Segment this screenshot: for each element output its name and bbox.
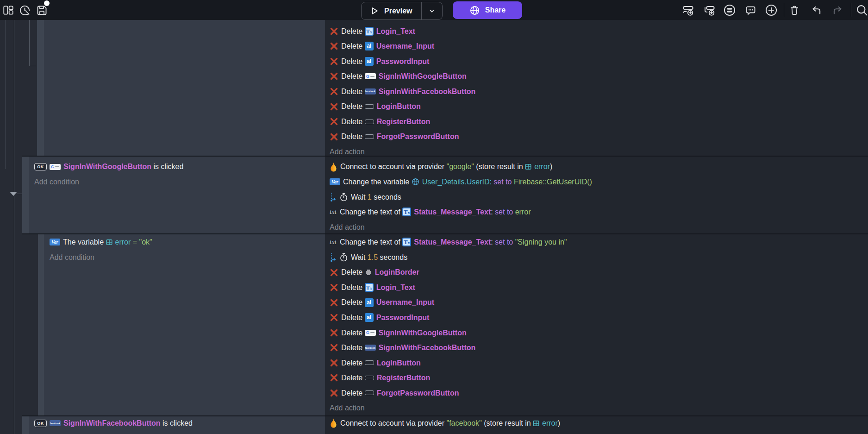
- action-row[interactable]: Wait 1.5 seconds: [330, 250, 407, 265]
- async-wait-icon: [330, 192, 337, 202]
- text-segment: Add action: [330, 404, 365, 412]
- text-segment: Username_Input: [376, 298, 434, 306]
- condition-row[interactable]: VarThe variable error = "ok": [50, 234, 152, 250]
- text-input-object-icon: aI: [365, 313, 374, 322]
- text-segment: (store result in: [474, 163, 525, 170]
- preview-options-button[interactable]: [421, 2, 442, 19]
- preview-button[interactable]: Preview: [362, 2, 421, 19]
- action-row[interactable]: Delete RegisterButton: [330, 114, 430, 129]
- text-segment: ): [550, 163, 552, 170]
- text-segment: SignInWithFacebookButton: [379, 344, 476, 352]
- text-segment: Change the text of: [340, 208, 402, 216]
- action-row[interactable]: Delete facebookSignInWithFacebookButton: [330, 340, 475, 355]
- action-row[interactable]: Delete GSignInWithGoogleButton: [330, 69, 467, 84]
- structure-variable-icon: [533, 420, 539, 427]
- action-row[interactable]: Delete LoginBorder: [330, 264, 419, 280]
- text-segment: Delete: [341, 359, 365, 367]
- button-object-icon: [365, 376, 374, 380]
- text-segment: error: [115, 238, 131, 246]
- text-segment: Delete: [341, 72, 365, 80]
- text-input-object-icon: aI: [365, 298, 374, 307]
- condition-row[interactable]: OKfacebookSignInWithFacebookButton is cl…: [34, 415, 193, 431]
- event-types-icon[interactable]: [723, 4, 736, 17]
- action-row[interactable]: Delete aIUsername_Input: [330, 38, 434, 54]
- variable-icon: Var: [330, 178, 340, 185]
- google-signin-button-icon: G: [365, 330, 376, 336]
- firebase-icon: [330, 418, 337, 428]
- action-row[interactable]: Connect to account via provider "faceboo…: [330, 415, 560, 431]
- action-row[interactable]: Delete LoginButton: [330, 355, 421, 371]
- action-row[interactable]: Delete aIUsername_Input: [330, 295, 434, 310]
- share-button[interactable]: Share: [453, 1, 522, 19]
- button-object-icon: [365, 104, 374, 109]
- facebook-signin-button-icon: facebook: [365, 88, 376, 94]
- text-segment: Delete: [341, 283, 365, 291]
- action-row[interactable]: Connect to account via provider "google"…: [330, 159, 552, 174]
- text-segment: Delete: [341, 102, 365, 110]
- action-row[interactable]: Delete aIPasswordInput: [330, 310, 429, 325]
- text-segment: Delete: [341, 389, 365, 397]
- comment-icon[interactable]: [744, 4, 757, 17]
- add-action-button[interactable]: Add action: [330, 220, 365, 235]
- text-segment: =: [131, 238, 139, 246]
- text-segment: Connect to account via provider: [340, 419, 446, 427]
- add-condition-button[interactable]: Add condition: [34, 174, 79, 189]
- action-row[interactable]: Wait 1 seconds: [330, 189, 401, 205]
- add-action-button[interactable]: Add action: [330, 400, 365, 415]
- text-segment: SignInWithGoogleButton: [63, 163, 151, 170]
- text-segment: The variable: [63, 238, 106, 246]
- facebook-signin-button-icon: facebook: [365, 345, 376, 351]
- trash-icon[interactable]: [788, 4, 801, 17]
- text-segment: Delete: [341, 314, 365, 321]
- text-segment: is clicked: [161, 419, 193, 427]
- add-event-icon[interactable]: [681, 4, 694, 17]
- action-row[interactable]: Delete LoginButton: [330, 99, 421, 114]
- delete-cross-icon: [330, 102, 338, 111]
- share-label: Share: [485, 6, 506, 14]
- text-segment: seconds: [372, 193, 401, 201]
- text-object-icon: Tx: [402, 208, 411, 216]
- text-segment: Delete: [341, 298, 365, 306]
- action-row[interactable]: Delete ForgotPasswordButton: [330, 385, 459, 401]
- action-row[interactable]: Delete RegisterButton: [330, 370, 430, 385]
- text-segment: "google": [446, 163, 474, 170]
- search-icon[interactable]: [856, 4, 868, 17]
- event-sheet: Delete TxLogin_TextDelete aIUsername_Inp…: [0, 20, 868, 434]
- panels-icon[interactable]: [2, 4, 15, 17]
- add-action-button[interactable]: Add action: [330, 144, 365, 159]
- action-row[interactable]: VarChange the variable User_Details.User…: [330, 174, 592, 189]
- condition-row[interactable]: OKGSignInWithGoogleButton is clicked: [34, 159, 183, 174]
- text-segment: Delete: [341, 118, 365, 126]
- google-signin-button-icon: G: [50, 164, 61, 170]
- text-segment: (store result in: [482, 419, 533, 427]
- text-object-icon: Tx: [402, 238, 411, 246]
- button-object-icon: [365, 360, 374, 365]
- action-row[interactable]: Delete TxLogin_Text: [330, 280, 415, 295]
- redo-icon[interactable]: [831, 4, 844, 17]
- structure-variable-icon: [525, 164, 531, 170]
- text-segment: Login_Text: [376, 27, 415, 35]
- google-signin-button-icon: G: [365, 73, 376, 79]
- action-row[interactable]: Delete ForgotPasswordButton: [330, 129, 459, 144]
- action-row[interactable]: Delete facebookSignInWithFacebookButton: [330, 84, 475, 99]
- text-segment: SignInWithGoogleButton: [379, 329, 467, 337]
- delete-cross-icon: [330, 268, 338, 277]
- add-circle-icon[interactable]: [765, 4, 778, 17]
- text-action-icon: txt: [330, 208, 337, 216]
- global-variable-icon: [412, 178, 419, 186]
- text-segment: Delete: [341, 344, 365, 352]
- action-row[interactable]: Delete aIPasswordInput: [330, 54, 429, 69]
- history-icon[interactable]: [18, 4, 31, 17]
- action-row[interactable]: Delete GSignInWithGoogleButton: [330, 325, 467, 340]
- chevron-down-icon: [427, 6, 437, 16]
- add-subevent-icon[interactable]: [703, 4, 716, 17]
- action-row[interactable]: txtChange the text of TxStatus_Message_T…: [330, 234, 567, 250]
- text-segment: ForgotPasswordButton: [377, 132, 459, 140]
- text-segment: Change the text of: [340, 238, 402, 246]
- action-row[interactable]: Delete TxLogin_Text: [330, 24, 415, 39]
- text-segment: 1: [368, 193, 372, 201]
- delete-cross-icon: [330, 87, 338, 96]
- add-condition-button[interactable]: Add condition: [50, 250, 94, 265]
- undo-icon[interactable]: [810, 4, 823, 17]
- action-row[interactable]: txtChange the text of TxStatus_Message_T…: [330, 204, 531, 220]
